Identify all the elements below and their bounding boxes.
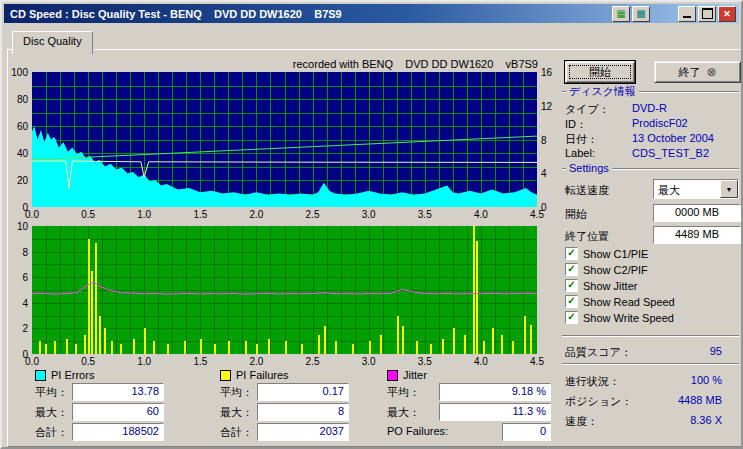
axis-tick: 2.5 bbox=[301, 356, 325, 367]
axis-tick: 2.5 bbox=[301, 209, 325, 220]
disc-id-label: ID： bbox=[565, 117, 587, 132]
titlebar-buttons: ▦ ▩ ✕ bbox=[610, 6, 736, 22]
quality-score-value: 95 bbox=[652, 345, 722, 357]
title-bar[interactable]: CD Speed : Disc Quality Test - BENQ DVD … bbox=[4, 4, 739, 23]
stat-label: 平均： bbox=[35, 385, 68, 400]
jitter-swatch bbox=[387, 370, 398, 381]
start-position-field[interactable]: 0000 MB bbox=[653, 204, 741, 222]
quality-chart bbox=[32, 72, 537, 207]
show-read-speed-checkbox[interactable]: ✓ bbox=[565, 295, 578, 308]
check-icon: ✓ bbox=[567, 280, 575, 290]
show-write-speed-checkbox-row[interactable]: ✓ Show Write Speed bbox=[565, 311, 674, 324]
disc-info-header: ディスク情報 bbox=[566, 85, 639, 97]
titlebar-tool-button-2[interactable]: ▩ bbox=[632, 6, 650, 22]
stat-value: 2037 bbox=[320, 425, 344, 437]
legend-item-jitter: Jitter bbox=[387, 369, 427, 381]
checkbox-label: Show C1/PIE bbox=[583, 248, 648, 260]
stat-value: 11.3 % bbox=[513, 405, 546, 417]
disc-info-section-header: ディスク情報 bbox=[562, 85, 739, 97]
axis-tick: 0.0 bbox=[20, 356, 44, 367]
axis-tick: 1.0 bbox=[132, 209, 156, 220]
disc-date-value: 13 October 2004 bbox=[632, 132, 714, 144]
axis-tick: 60 bbox=[2, 121, 28, 132]
stat-label: 平均： bbox=[387, 385, 420, 400]
axis-tick: 4.0 bbox=[469, 209, 493, 220]
axis-tick: 40 bbox=[2, 148, 28, 159]
show-c2pif-checkbox[interactable]: ✓ bbox=[565, 263, 578, 276]
show-read-speed-checkbox-row[interactable]: ✓ Show Read Speed bbox=[565, 295, 675, 308]
start-position-label: 開始 bbox=[565, 207, 587, 222]
quality-score-label: 品質スコア： bbox=[565, 345, 632, 360]
axis-tick: 8 bbox=[2, 247, 28, 258]
minimize-icon bbox=[683, 16, 691, 18]
speed-select-value: 最大 bbox=[654, 180, 720, 198]
legend-label: PI Errors bbox=[51, 369, 94, 381]
axis-tick: 0.5 bbox=[76, 356, 100, 367]
stat-label: 最大： bbox=[35, 405, 68, 420]
end-position-label: 終了位置 bbox=[565, 229, 609, 244]
chart-header-text: recorded with BENQ DVD DD DW1620 vB7S9 bbox=[232, 58, 538, 70]
stat-value: 0.17 bbox=[323, 385, 344, 397]
speed-select[interactable]: 最大 ▼ bbox=[653, 179, 739, 199]
check-icon: ✓ bbox=[567, 312, 575, 322]
grid-icon: ▩ bbox=[636, 9, 645, 19]
axis-tick: 12 bbox=[541, 101, 567, 112]
speed-readout-value: 8.36 X bbox=[642, 414, 722, 426]
legend-label: Jitter bbox=[403, 369, 427, 381]
speed-label: 転送速度 bbox=[565, 183, 609, 198]
axis-tick: 20 bbox=[2, 175, 28, 186]
stat-value: 60 bbox=[147, 405, 159, 417]
axis-tick: 0.0 bbox=[20, 209, 44, 220]
axis-tick: 4 bbox=[2, 298, 28, 309]
app-window: CD Speed : Disc Quality Test - BENQ DVD … bbox=[0, 0, 743, 449]
maximize-button[interactable] bbox=[698, 6, 716, 22]
show-c1pie-checkbox[interactable]: ✓ bbox=[565, 247, 578, 260]
stat-label: PO Failures: bbox=[387, 425, 448, 437]
legend-item-pi-failures: PI Failures bbox=[220, 369, 289, 381]
end-position-field[interactable]: 4489 MB bbox=[653, 226, 741, 244]
minimize-button[interactable] bbox=[678, 6, 696, 22]
show-c1pie-checkbox-row[interactable]: ✓ Show C1/PIE bbox=[565, 247, 648, 260]
stat-value-box: 9.18 % bbox=[439, 383, 551, 401]
show-jitter-checkbox-row[interactable]: ✓ Show Jitter bbox=[565, 279, 637, 292]
show-jitter-checkbox[interactable]: ✓ bbox=[565, 279, 578, 292]
axis-tick: 16 bbox=[541, 67, 567, 78]
tab-disc-quality[interactable]: Disc Quality bbox=[12, 31, 93, 54]
position-value: 4488 MB bbox=[642, 394, 722, 406]
start-button[interactable]: 開始 bbox=[565, 61, 635, 83]
show-c2pif-checkbox-row[interactable]: ✓ Show C2/PIF bbox=[565, 263, 648, 276]
axis-tick: 6 bbox=[2, 272, 28, 283]
titlebar-tool-button-1[interactable]: ▦ bbox=[612, 6, 630, 22]
stat-label: 合計： bbox=[35, 425, 68, 440]
axis-tick: 4.5 bbox=[525, 209, 549, 220]
stat-value: 13.78 bbox=[131, 385, 159, 397]
stat-value-box: 2037 bbox=[257, 423, 349, 441]
dropdown-button[interactable]: ▼ bbox=[720, 180, 738, 198]
settings-section-header: Settings bbox=[562, 162, 739, 174]
stat-value-box: 0 bbox=[502, 423, 551, 441]
checkbox-label: Show C2/PIF bbox=[583, 264, 648, 276]
exit-button[interactable]: 終了 ⊗ bbox=[654, 61, 741, 83]
progress-label: 進行状況： bbox=[565, 374, 620, 389]
show-write-speed-checkbox[interactable]: ✓ bbox=[565, 311, 578, 324]
pi-failures-swatch bbox=[220, 370, 231, 381]
settings-header: Settings bbox=[566, 162, 612, 174]
stat-value: 188502 bbox=[122, 425, 159, 437]
axis-tick: 10 bbox=[2, 221, 28, 232]
axis-tick: 3.0 bbox=[357, 209, 381, 220]
axis-tick: 3.5 bbox=[413, 209, 437, 220]
axis-tick: 1.0 bbox=[132, 356, 156, 367]
checkbox-label: Show Jitter bbox=[583, 280, 637, 292]
stat-value-box: 188502 bbox=[72, 423, 164, 441]
close-button[interactable]: ✕ bbox=[718, 6, 736, 22]
speed-readout-label: 速度： bbox=[565, 414, 598, 429]
check-icon: ✓ bbox=[567, 264, 575, 274]
checkbox-label: Show Write Speed bbox=[583, 312, 674, 324]
stat-value-box: 8 bbox=[257, 403, 349, 421]
chevron-down-icon: ▼ bbox=[726, 186, 733, 193]
disc-type-value: DVD-R bbox=[632, 102, 667, 114]
start-button-label: 開始 bbox=[589, 65, 611, 80]
stat-label: 合計： bbox=[220, 425, 253, 440]
axis-tick: 80 bbox=[2, 94, 28, 105]
disc-type-label: タイプ： bbox=[565, 102, 610, 117]
